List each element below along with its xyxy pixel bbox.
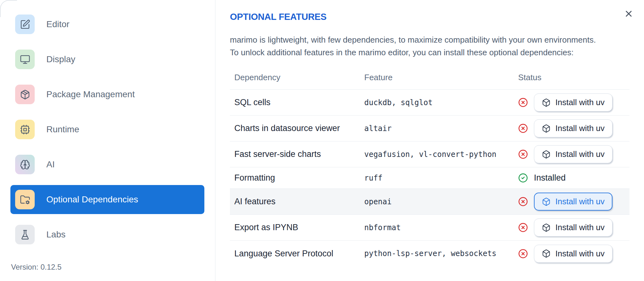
sidebar-item-label: Editor (46, 19, 69, 29)
folder-cog-icon-box (15, 190, 35, 209)
installed-label: Installed (534, 173, 566, 183)
table-row: AI featuresopenaiInstall with uv (230, 189, 629, 215)
feature-cell: nbformat (360, 223, 517, 232)
circle-x-icon (518, 149, 528, 159)
flask-icon-box (15, 225, 35, 244)
install-button-label: Install with uv (555, 123, 605, 133)
install-with-uv-button[interactable]: Install with uv (534, 218, 612, 236)
dependency-cell: Fast server-side charts (230, 149, 360, 159)
box-icon (542, 197, 551, 206)
sidebar-item-ai[interactable]: AI (10, 150, 204, 179)
feature-cell: openai (360, 197, 517, 206)
sidebar-item-display[interactable]: Display (10, 45, 204, 74)
table-row: Fast server-side chartsvegafusion, vl-co… (230, 141, 629, 167)
status-cell: Install with uv (517, 119, 629, 137)
circle-check-icon (518, 173, 528, 183)
table-row: Charts in datasource vieweraltairInstall… (230, 116, 629, 141)
optional-features-panel: OPTIONAL FEATURES marimo is lightweight,… (216, 0, 644, 281)
sidebar-item-runtime[interactable]: Runtime (10, 115, 204, 144)
feature-cell: ruff (360, 174, 517, 182)
box-icon (542, 223, 551, 232)
close-button[interactable] (623, 9, 634, 20)
installed-status: Installed (518, 173, 566, 183)
status-cell: Installed (517, 173, 629, 183)
table-row: Export as IPYNBnbformatInstall with uv (230, 215, 629, 241)
monitor-icon (20, 54, 30, 65)
status-cell: Install with uv (517, 245, 629, 263)
package-icon-box (15, 85, 35, 104)
close-icon (624, 9, 634, 19)
install-with-uv-button[interactable]: Install with uv (534, 145, 612, 163)
circle-x-icon (518, 98, 528, 107)
circle-x-icon (518, 123, 528, 133)
monitor-icon-box (15, 50, 35, 69)
feature-cell: python-lsp-server, websockets (360, 249, 517, 258)
table-row: FormattingruffInstalled (230, 167, 629, 189)
description-line: To unlock additional features in the mar… (230, 46, 629, 59)
install-with-uv-button[interactable]: Install with uv (534, 93, 612, 111)
status-cell: Install with uv (517, 93, 629, 111)
version-label: Version: 0.12.5 (11, 263, 61, 272)
dependency-cell: AI features (230, 197, 360, 206)
table-header-row: Dependency Feature Status (230, 66, 629, 90)
sidebar-item-label: Display (46, 54, 75, 64)
status-cell: Install with uv (517, 193, 629, 211)
box-icon (542, 150, 551, 159)
circle-x-icon (518, 223, 528, 232)
cpu-icon-box (15, 120, 35, 139)
sidebar-item-label: Package Management (46, 89, 135, 99)
settings-dialog: EditorDisplayPackage ManagementRuntimeAI… (0, 0, 644, 281)
description-line: marimo is lightweight, with few dependen… (230, 33, 629, 46)
install-with-uv-button[interactable]: Install with uv (534, 119, 612, 137)
header-feature: Feature (360, 73, 517, 82)
feature-cell: vegafusion, vl-convert-python (360, 150, 517, 159)
install-with-uv-button[interactable]: Install with uv (534, 245, 612, 263)
sidebar-nav: EditorDisplayPackage ManagementRuntimeAI… (0, 0, 215, 249)
dependency-cell: SQL cells (230, 98, 360, 107)
status-cell: Install with uv (517, 145, 629, 163)
folder-cog-icon (20, 194, 30, 205)
sidebar-item-optional-dependencies[interactable]: Optional Dependencies (10, 185, 204, 214)
sidebar-item-label: AI (46, 159, 55, 170)
sidebar-item-package-management[interactable]: Package Management (10, 80, 204, 109)
circle-x-icon (518, 197, 528, 206)
box-icon (542, 249, 551, 258)
dependency-cell: Charts in datasource viewer (230, 123, 360, 133)
sidebar-item-editor[interactable]: Editor (10, 10, 204, 39)
features-table-body: SQL cellsduckdb, sqlglotInstall with uvC… (230, 90, 629, 266)
header-dependency: Dependency (230, 73, 360, 82)
install-button-label: Install with uv (555, 149, 605, 159)
dependency-cell: Export as IPYNB (230, 223, 360, 232)
brain-icon (20, 159, 30, 170)
sidebar-item-label: Labs (46, 230, 66, 240)
feature-cell: duckdb, sqlglot (360, 98, 517, 107)
circle-x-icon (518, 249, 528, 259)
page-title: OPTIONAL FEATURES (230, 11, 629, 22)
dependency-cell: Language Server Protocol (230, 249, 360, 259)
box-icon (542, 124, 551, 133)
dependency-cell: Formatting (230, 173, 360, 183)
brain-icon-box (15, 155, 35, 174)
sidebar-item-label: Optional Dependencies (46, 194, 138, 205)
square-pen-icon (20, 19, 30, 30)
box-icon (542, 98, 551, 107)
install-button-label: Install with uv (555, 197, 605, 206)
install-button-label: Install with uv (555, 98, 605, 107)
table-row: Language Server Protocolpython-lsp-serve… (230, 241, 629, 266)
status-cell: Install with uv (517, 218, 629, 236)
install-button-label: Install with uv (555, 249, 605, 259)
package-icon (20, 89, 30, 100)
cpu-icon (20, 124, 30, 135)
header-status: Status (517, 73, 629, 82)
install-with-uv-button[interactable]: Install with uv (534, 193, 612, 211)
flask-icon (20, 230, 30, 240)
settings-sidebar: EditorDisplayPackage ManagementRuntimeAI… (0, 0, 215, 281)
sidebar-item-labs[interactable]: Labs (10, 220, 204, 249)
dependencies-table: Dependency Feature Status SQL cellsduckd… (230, 66, 629, 266)
install-button-label: Install with uv (555, 223, 605, 232)
feature-cell: altair (360, 124, 517, 133)
sidebar-item-label: Runtime (46, 124, 79, 135)
square-pen-icon-box (15, 15, 35, 34)
page-description: marimo is lightweight, with few dependen… (230, 33, 629, 59)
table-row: SQL cellsduckdb, sqlglotInstall with uv (230, 90, 629, 116)
